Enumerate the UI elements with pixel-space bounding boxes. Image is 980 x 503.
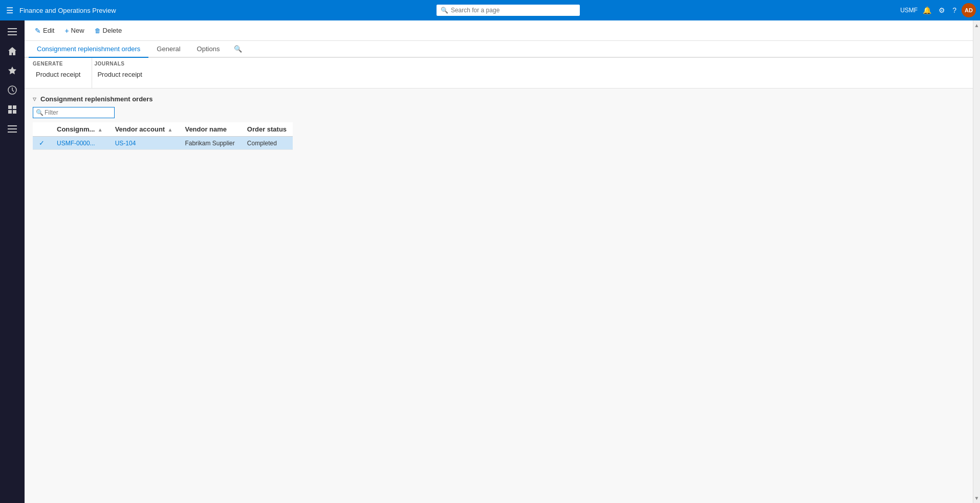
user-avatar[interactable]: AD bbox=[962, 3, 976, 17]
edit-label: Edit bbox=[43, 27, 54, 34]
row-vendor-name: Fabrikam Supplier bbox=[179, 137, 241, 150]
svg-rect-10 bbox=[8, 132, 17, 133]
scroll-up-icon[interactable]: ▲ bbox=[974, 23, 979, 28]
journals-product-receipt-button[interactable]: Product receipt bbox=[94, 69, 145, 80]
tab-general[interactable]: General bbox=[148, 41, 188, 58]
sidebar-item-recent[interactable] bbox=[2, 81, 23, 99]
tab-general-label: General bbox=[157, 45, 180, 53]
notifications-icon[interactable]: 🔔 bbox=[921, 5, 933, 15]
row-order-status: Completed bbox=[241, 137, 293, 150]
ribbon-group-generate: GENERATE Product receipt bbox=[31, 58, 92, 88]
sidebar-item-modules[interactable] bbox=[2, 120, 23, 138]
col-order-status-header[interactable]: Order status bbox=[241, 122, 293, 137]
svg-rect-2 bbox=[8, 34, 17, 35]
new-icon: + bbox=[64, 27, 69, 35]
svg-rect-7 bbox=[13, 110, 16, 114]
svg-rect-6 bbox=[8, 110, 12, 114]
row-check: ✓ bbox=[33, 137, 51, 150]
edit-button[interactable]: ✎ Edit bbox=[31, 24, 58, 38]
col-check bbox=[33, 122, 51, 137]
checkmark-icon: ✓ bbox=[39, 139, 45, 147]
delete-label: Delete bbox=[103, 27, 122, 34]
main-content: ✎ Edit + New 🗑 Delete Consignment replen… bbox=[25, 20, 980, 503]
svg-rect-8 bbox=[8, 125, 17, 126]
hamburger-icon[interactable]: ☰ bbox=[4, 4, 15, 17]
svg-rect-0 bbox=[8, 28, 17, 29]
svg-rect-1 bbox=[8, 31, 17, 32]
tab-bar: Consignment replenishment orders General… bbox=[25, 41, 980, 58]
app-title: Finance and Operations Preview bbox=[19, 7, 116, 14]
grid-title: Consignment replenishment orders bbox=[40, 95, 153, 103]
generate-product-receipt-label: Product receipt bbox=[36, 71, 80, 78]
sidebar-item-favorites[interactable] bbox=[2, 61, 23, 80]
sidebar-item-hamburger[interactable] bbox=[2, 23, 23, 41]
filter-icon[interactable]: ▿ bbox=[33, 95, 36, 103]
settings-icon[interactable]: ⚙ bbox=[937, 5, 947, 15]
sidebar-item-home[interactable] bbox=[2, 42, 23, 60]
generate-product-receipt-button[interactable]: Product receipt bbox=[33, 69, 83, 80]
tab-search-icon[interactable]: 🔍 bbox=[232, 41, 244, 57]
svg-rect-5 bbox=[13, 105, 16, 109]
journals-product-receipt-label: Product receipt bbox=[97, 71, 142, 78]
svg-rect-9 bbox=[8, 128, 17, 129]
layout: ✎ Edit + New 🗑 Delete Consignment replen… bbox=[0, 20, 980, 503]
filter-input[interactable] bbox=[33, 107, 115, 118]
page-content: ▿ Consignment replenishment orders 🔍 Con… bbox=[25, 89, 980, 503]
filter-input-icon: 🔍 bbox=[36, 109, 43, 116]
grid-header: ▿ Consignment replenishment orders bbox=[33, 95, 972, 103]
sidebar bbox=[0, 20, 25, 503]
tab-consignment-label: Consignment replenishment orders bbox=[37, 45, 140, 53]
col-consignment-header[interactable]: Consignm... ▲ bbox=[51, 122, 109, 137]
delete-button[interactable]: 🗑 Delete bbox=[91, 24, 126, 37]
filter-input-wrapper: 🔍 bbox=[33, 107, 115, 118]
new-button[interactable]: + New bbox=[60, 24, 88, 38]
scroll-down-icon[interactable]: ▼ bbox=[974, 495, 979, 501]
tab-consignment[interactable]: Consignment replenishment orders bbox=[29, 41, 148, 58]
help-icon[interactable]: ? bbox=[950, 5, 959, 15]
top-bar-right: USMF 🔔 ⚙ ? AD bbox=[900, 3, 976, 17]
ribbon-group-journals: JOURNALS Product receipt bbox=[92, 58, 153, 88]
sort-icon-vendor: ▲ bbox=[168, 127, 173, 133]
new-label: New bbox=[71, 27, 84, 34]
global-search-input[interactable] bbox=[437, 5, 580, 16]
tab-options-label: Options bbox=[197, 45, 220, 53]
svg-rect-4 bbox=[8, 105, 12, 109]
search-wrapper: 🔍 bbox=[437, 5, 580, 16]
top-bar: ☰ Finance and Operations Preview 🔍 USMF … bbox=[0, 0, 980, 20]
edit-icon: ✎ bbox=[35, 27, 41, 35]
sidebar-item-workspaces[interactable] bbox=[2, 100, 23, 119]
sort-icon-consignment: ▲ bbox=[98, 127, 103, 133]
col-vendor-account-header[interactable]: Vendor account ▲ bbox=[109, 122, 179, 137]
table-row[interactable]: ✓ USMF-0000... US-104 Fabrikam Supplier … bbox=[33, 137, 293, 150]
ribbon-group-journals-label: JOURNALS bbox=[94, 60, 124, 67]
user-name: USMF bbox=[900, 7, 918, 14]
data-table: Consignm... ▲ Vendor account ▲ Vendor na… bbox=[33, 122, 293, 150]
delete-icon: 🗑 bbox=[95, 27, 101, 34]
row-vendor-account[interactable]: US-104 bbox=[109, 137, 179, 150]
command-bar: ✎ Edit + New 🗑 Delete bbox=[25, 20, 980, 41]
top-bar-left: ☰ Finance and Operations Preview bbox=[4, 4, 116, 17]
ribbon: GENERATE Product receipt JOURNALS Produc… bbox=[25, 58, 980, 89]
col-vendor-name-header[interactable]: Vendor name bbox=[179, 122, 241, 137]
row-consignment[interactable]: USMF-0000... bbox=[51, 137, 109, 150]
table-header-row: Consignm... ▲ Vendor account ▲ Vendor na… bbox=[33, 122, 293, 137]
tab-options[interactable]: Options bbox=[189, 41, 228, 58]
ribbon-group-generate-label: GENERATE bbox=[33, 60, 63, 67]
